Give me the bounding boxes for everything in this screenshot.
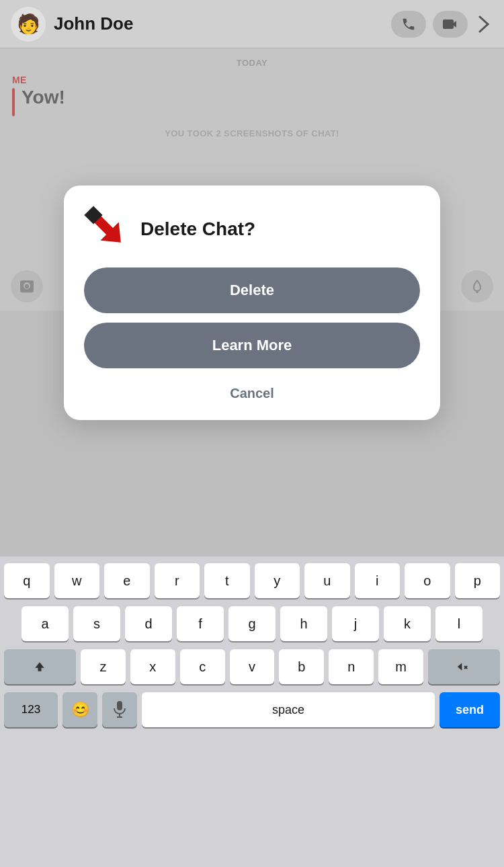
keyboard: q w e r t y u i o p a s d f g h j k l: [0, 556, 504, 867]
keyboard-bottom-bar: 123 😊 space send: [0, 692, 504, 733]
phone-button[interactable]: [391, 11, 426, 38]
phone-icon: [401, 17, 416, 32]
key-emoji[interactable]: 😊: [62, 692, 97, 727]
overlay: Delete Chat? Delete Learn More Cancel: [0, 48, 504, 556]
learn-more-button[interactable]: Learn More: [84, 323, 420, 368]
key-r[interactable]: r: [155, 563, 200, 598]
key-q[interactable]: q: [4, 563, 50, 598]
contact-name: John Doe: [54, 13, 391, 34]
key-g[interactable]: g: [228, 606, 276, 641]
key-b[interactable]: b: [279, 649, 324, 684]
key-space[interactable]: space: [142, 692, 435, 727]
cancel-button[interactable]: Cancel: [216, 380, 288, 407]
key-l[interactable]: l: [435, 606, 482, 641]
key-n[interactable]: n: [329, 649, 374, 684]
keyboard-row-3: z x c v b n m: [4, 649, 500, 684]
key-f[interactable]: f: [177, 606, 224, 641]
modal-title: Delete Chat?: [140, 218, 255, 240]
key-e[interactable]: e: [104, 563, 150, 598]
key-y[interactable]: y: [255, 563, 300, 598]
keyboard-row-1: q w e r t y u i o p: [4, 563, 500, 598]
header-icons: [391, 11, 493, 38]
header: 🧑 John Doe: [0, 0, 504, 48]
key-c[interactable]: c: [180, 649, 225, 684]
microphone-icon: [114, 701, 126, 718]
key-o[interactable]: o: [405, 563, 450, 598]
key-x[interactable]: x: [130, 649, 175, 684]
key-h[interactable]: h: [280, 606, 327, 641]
key-m[interactable]: m: [378, 649, 423, 684]
delete-icon: [456, 661, 471, 673]
key-z[interactable]: z: [81, 649, 126, 684]
key-p[interactable]: p: [455, 563, 501, 598]
red-arrow-icon: [84, 206, 131, 253]
key-send[interactable]: send: [439, 692, 500, 727]
avatar: 🧑: [11, 7, 46, 42]
keyboard-row-2: a s d f g h j k l: [4, 606, 500, 641]
key-i[interactable]: i: [355, 563, 401, 598]
chevron-right-button[interactable]: [474, 15, 493, 34]
delete-chat-modal: Delete Chat? Delete Learn More Cancel: [64, 185, 440, 420]
video-icon: [442, 17, 458, 31]
key-shift[interactable]: [4, 649, 76, 684]
svg-rect-3: [117, 701, 122, 710]
modal-title-row: Delete Chat?: [84, 206, 255, 253]
key-123[interactable]: 123: [4, 692, 58, 727]
video-button[interactable]: [433, 11, 468, 38]
key-k[interactable]: k: [384, 606, 431, 641]
key-v[interactable]: v: [230, 649, 275, 684]
key-mic[interactable]: [102, 692, 137, 727]
key-delete[interactable]: [428, 649, 500, 684]
key-w[interactable]: w: [54, 563, 100, 598]
shift-icon: [33, 660, 46, 673]
key-t[interactable]: t: [204, 563, 250, 598]
key-s[interactable]: s: [73, 606, 120, 641]
chevron-right-icon: [478, 15, 489, 33]
key-a[interactable]: a: [22, 606, 69, 641]
key-j[interactable]: j: [332, 606, 379, 641]
delete-button[interactable]: Delete: [84, 267, 420, 313]
key-d[interactable]: d: [125, 606, 172, 641]
key-u[interactable]: u: [304, 563, 350, 598]
